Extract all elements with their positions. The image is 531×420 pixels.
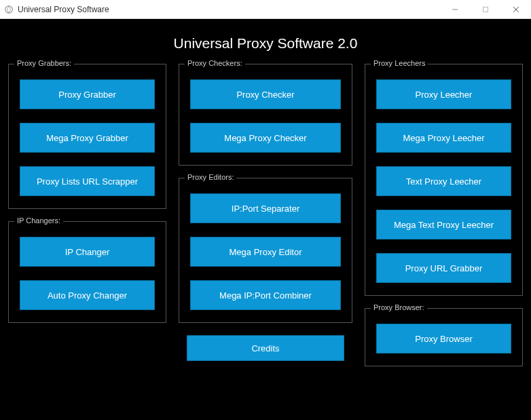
svg-point-0	[5, 5, 13, 13]
proxy-leecher-button[interactable]: Proxy Leecher	[376, 79, 511, 109]
group-legend: Proxy Grabbers:	[14, 59, 74, 67]
group-legend: Proxy Leechers	[371, 59, 428, 67]
content-area: Universal Proxy Software 2.0 Proxy Grabb…	[0, 19, 531, 420]
app-icon	[4, 5, 14, 14]
proxy-checker-button[interactable]: Proxy Checker	[190, 79, 341, 109]
group-proxy-editors: Proxy Editors: IP:Port Separater Mega Pr…	[179, 178, 352, 323]
credits-row: Credits	[179, 335, 352, 361]
credits-button[interactable]: Credits	[187, 335, 344, 361]
window-title: Universal Proxy Software	[18, 5, 439, 14]
ip-changer-button[interactable]: IP Changer	[20, 237, 155, 267]
app-title: Universal Proxy Software 2.0	[0, 19, 531, 64]
proxy-grabber-button[interactable]: Proxy Grabber	[20, 79, 155, 109]
group-ip-changers: IP Changers: IP Changer Auto Proxy Chang…	[8, 221, 166, 323]
group-legend: Proxy Browser:	[371, 303, 427, 311]
group-proxy-grabbers: Proxy Grabbers: Proxy Grabber Mega Proxy…	[8, 64, 166, 209]
group-proxy-browser: Proxy Browser: Proxy Browser	[365, 308, 523, 366]
columns: Proxy Grabbers: Proxy Grabber Mega Proxy…	[0, 64, 531, 379]
mega-proxy-grabber-button[interactable]: Mega Proxy Grabber	[20, 123, 155, 153]
column-left: Proxy Grabbers: Proxy Grabber Mega Proxy…	[8, 64, 166, 379]
column-right: Proxy Leechers Proxy Leecher Mega Proxy …	[365, 64, 523, 379]
group-legend: IP Changers:	[14, 216, 63, 225]
svg-rect-2	[483, 7, 488, 12]
mega-proxy-leecher-button[interactable]: Mega Proxy Leecher	[376, 123, 511, 153]
group-legend: Proxy Editors:	[185, 173, 236, 181]
proxy-lists-url-scrapper-button[interactable]: Proxy Lists URL Scrapper	[20, 166, 155, 196]
mega-text-proxy-leecher-button[interactable]: Mega Text Proxy Leecher	[376, 210, 511, 240]
column-middle: Proxy Checkers: Proxy Checker Mega Proxy…	[179, 64, 352, 379]
proxy-url-grabber-button[interactable]: Proxy URL Grabber	[376, 253, 511, 283]
mega-ip-port-combiner-button[interactable]: Mega IP:Port Combiner	[190, 280, 341, 310]
group-proxy-leechers: Proxy Leechers Proxy Leecher Mega Proxy …	[365, 64, 523, 296]
text-proxy-leecher-button[interactable]: Text Proxy Leecher	[376, 166, 511, 196]
proxy-browser-button[interactable]: Proxy Browser	[376, 324, 511, 354]
window-titlebar: Universal Proxy Software	[0, 0, 531, 19]
ip-port-separater-button[interactable]: IP:Port Separater	[190, 193, 341, 223]
minimize-button[interactable]	[439, 0, 470, 18]
auto-proxy-changer-button[interactable]: Auto Proxy Changer	[20, 280, 155, 310]
window-controls	[439, 0, 531, 18]
mega-proxy-editor-button[interactable]: Mega Proxy Editor	[190, 237, 341, 267]
mega-proxy-checker-button[interactable]: Mega Proxy Checker	[190, 123, 341, 153]
group-proxy-checkers: Proxy Checkers: Proxy Checker Mega Proxy…	[179, 64, 352, 166]
maximize-button[interactable]	[470, 0, 500, 18]
close-button[interactable]	[500, 0, 531, 18]
group-legend: Proxy Checkers:	[185, 59, 245, 67]
